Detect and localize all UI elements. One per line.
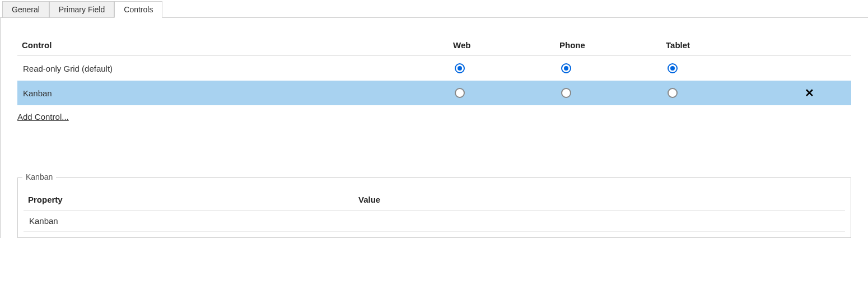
add-control-link[interactable]: Add Control... [17, 112, 69, 121]
property-name-cell: Kanban [24, 211, 354, 232]
properties-table: Property Value Kanban [24, 189, 845, 232]
col-header-property: Property [24, 189, 354, 211]
col-header-delete [768, 35, 851, 56]
col-header-value: Value [354, 189, 845, 211]
control-details-fieldset: Kanban Property Value Kanban [17, 177, 851, 238]
radio-web[interactable] [453, 86, 466, 100]
close-icon[interactable]: ✕ [799, 87, 820, 99]
col-header-phone: Phone [555, 35, 661, 56]
col-header-control: Control [17, 35, 449, 56]
col-header-tablet: Tablet [661, 35, 768, 56]
control-name-cell: Read-only Grid (default) [17, 56, 449, 81]
tab-controls[interactable]: Controls [114, 1, 162, 18]
tabs-bar: General Primary Field Controls [0, 0, 868, 18]
col-header-web: Web [449, 35, 555, 56]
tab-content: Control Web Phone Tablet Read-only Grid … [0, 18, 868, 238]
tab-primary-field[interactable]: Primary Field [49, 1, 114, 17]
radio-phone[interactable] [559, 86, 573, 100]
radio-tablet[interactable] [666, 62, 679, 75]
fieldset-legend: Kanban [22, 172, 56, 181]
radio-phone[interactable] [559, 62, 573, 75]
tab-general[interactable]: General [2, 1, 49, 17]
control-name-cell: Kanban [17, 81, 449, 105]
controls-table: Control Web Phone Tablet Read-only Grid … [17, 35, 851, 105]
property-value-cell [354, 211, 845, 232]
radio-web[interactable] [453, 62, 466, 75]
radio-tablet[interactable] [666, 86, 679, 100]
table-row[interactable]: Kanban [24, 211, 845, 232]
table-row[interactable]: Kanban ✕ [17, 81, 851, 105]
table-row[interactable]: Read-only Grid (default) [17, 56, 851, 81]
